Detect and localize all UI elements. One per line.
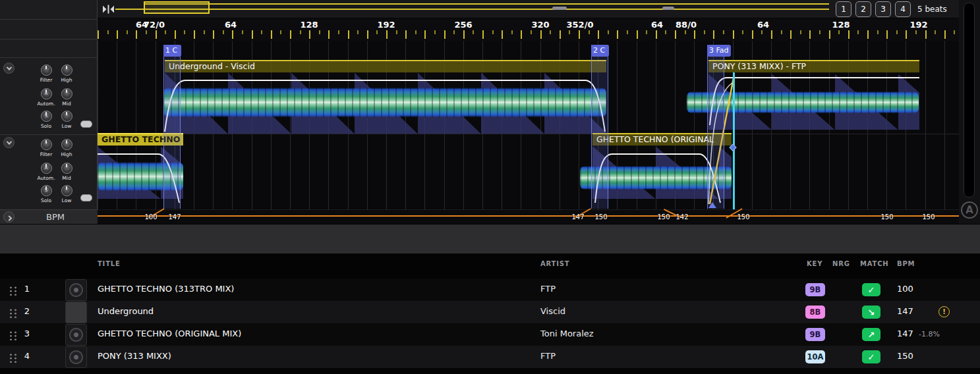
match-arrow-down-icon: ↘ bbox=[868, 307, 875, 317]
deck1-mid-knob[interactable]: Mid bbox=[55, 88, 78, 107]
column-bpm[interactable]: BPM bbox=[897, 260, 915, 267]
deck2-mid-knob[interactable]: Mid bbox=[55, 163, 78, 181]
scroll-handle[interactable] bbox=[662, 7, 674, 10]
cue-label[interactable]: 3 Fad bbox=[707, 45, 731, 57]
key-value: 10A bbox=[807, 352, 824, 361]
ruler-label: 320 bbox=[531, 20, 549, 30]
ruler-label: 192 bbox=[377, 20, 395, 30]
knob-dial[interactable] bbox=[61, 139, 72, 150]
beats-mode-label: 5 beats bbox=[917, 5, 947, 14]
ruler-label: 128 bbox=[832, 20, 850, 30]
playhead-line[interactable] bbox=[733, 72, 735, 209]
deck1-solo-knob[interactable]: SSolo bbox=[35, 111, 57, 129]
track-row-3[interactable]: 3 GHETTO TECHNO (ORIGINAL MIX) Toni Mora… bbox=[0, 323, 980, 346]
knob-dial[interactable] bbox=[61, 185, 72, 196]
loop-end-marker[interactable] bbox=[708, 202, 716, 208]
divider bbox=[0, 134, 98, 135]
arrangement-area[interactable]: Underground - Viscid PONY (313 MIXX) - F… bbox=[98, 41, 959, 209]
bpm-value: 100 bbox=[144, 213, 157, 221]
track-row-4[interactable]: 4 PONY (313 MIXX) FTP 10A ✓ 150 bbox=[0, 346, 980, 368]
knob-dial[interactable] bbox=[61, 65, 72, 76]
deck2-volume-fader[interactable] bbox=[80, 194, 92, 201]
match-badge[interactable]: ✓ bbox=[862, 283, 880, 296]
deck2-filter-knob[interactable]: Filter bbox=[35, 139, 57, 157]
beat-count-button-3[interactable]: 3 bbox=[875, 1, 891, 17]
track-number: 1 bbox=[21, 284, 33, 294]
column-artist[interactable]: ARTIST bbox=[540, 260, 569, 267]
track-row-1[interactable]: 1 GHETTO TECHNO (313TRO MIX) FTP 9B ✓ 10… bbox=[0, 279, 980, 301]
deck1-collapse-button[interactable] bbox=[3, 63, 14, 74]
drag-handle-icon[interactable] bbox=[8, 330, 18, 340]
knob-dial[interactable]: S bbox=[41, 111, 52, 122]
transport-toolbar: AUTOMIX bbox=[0, 224, 980, 254]
column-key[interactable]: KEY bbox=[807, 260, 822, 267]
bpm-lane-expand-button[interactable] bbox=[3, 211, 14, 223]
deck2-high-knob[interactable]: High bbox=[55, 139, 78, 157]
visible-region-box[interactable] bbox=[144, 1, 210, 14]
knob-label: Mid bbox=[62, 101, 71, 107]
knob-dial[interactable] bbox=[61, 111, 72, 122]
column-title[interactable]: TITLE bbox=[98, 260, 121, 267]
knob-label: Low bbox=[62, 198, 72, 203]
clip-title-text: Underground - Viscid bbox=[169, 61, 255, 71]
match-check-icon: ✓ bbox=[868, 352, 875, 362]
clip-title-text: GHETTO TECHNO (ORIGINAL bbox=[596, 134, 714, 144]
cue-marker-1[interactable]: 1 C bbox=[163, 45, 181, 209]
knob-dial[interactable] bbox=[61, 88, 72, 99]
deck2-solo-knob[interactable]: SSolo bbox=[35, 185, 57, 203]
cue-label[interactable]: 2 C bbox=[591, 45, 609, 57]
drag-handle-icon[interactable] bbox=[8, 285, 18, 296]
timeline-ruler[interactable]: 64 72/0 64 128 192 256 320 352/0 64 88/0… bbox=[98, 18, 959, 30]
deck1-waveform-underground[interactable] bbox=[163, 88, 606, 117]
deck1-high-knob[interactable]: High bbox=[55, 65, 78, 83]
ruler-label: 128 bbox=[300, 20, 318, 30]
scroll-handle[interactable] bbox=[552, 7, 567, 10]
cue-label[interactable]: 1 C bbox=[163, 45, 181, 57]
beat-count-button-1[interactable]: 1 bbox=[836, 1, 851, 17]
overview-navigator[interactable]: 1 2 3 4 5 beats bbox=[98, 0, 959, 18]
drag-handle-icon[interactable] bbox=[8, 352, 18, 363]
match-arrow-up-icon: ↗ bbox=[868, 330, 875, 340]
bpm-value: 142 bbox=[676, 213, 688, 221]
bpm-value: 147 bbox=[571, 213, 584, 221]
track-row-2[interactable]: 2 Underground Viscid 8B ↘ 147 ! bbox=[0, 301, 980, 323]
cue-marker-3[interactable]: 3 Fad bbox=[707, 45, 724, 209]
bpm-automation-lane[interactable]: 100 147 147 150 150 142 150 150 150 bbox=[98, 209, 959, 224]
beat-count-button-2[interactable]: 2 bbox=[855, 1, 871, 17]
track-title: GHETTO TECHNO (313TRO MIX) bbox=[98, 284, 234, 294]
beat-count-button-4[interactable]: 4 bbox=[895, 1, 911, 17]
deck1-low-knob[interactable]: Low bbox=[55, 111, 78, 129]
drag-handle-icon[interactable] bbox=[8, 307, 18, 318]
knob-label: Filter bbox=[40, 151, 53, 157]
deck2-collapse-button[interactable] bbox=[3, 137, 14, 148]
deck1-clip-title-underground[interactable]: Underground - Viscid bbox=[165, 60, 606, 72]
deck1-filter-knob[interactable]: Filter bbox=[35, 65, 57, 83]
knob-dial[interactable] bbox=[61, 163, 72, 174]
ruler-label: 88/0 bbox=[676, 20, 697, 30]
deck1-automation-knob[interactable]: AAutom. bbox=[35, 88, 57, 107]
knob-dial[interactable]: S bbox=[41, 185, 52, 196]
match-badge[interactable]: ↗ bbox=[862, 328, 880, 341]
beat-tick-strip[interactable] bbox=[98, 30, 959, 41]
column-match[interactable]: MATCH bbox=[860, 260, 888, 267]
key-badge: 9B bbox=[805, 283, 825, 296]
knob-dial[interactable] bbox=[41, 65, 52, 76]
knob-dial[interactable]: A bbox=[41, 88, 52, 99]
key-badge: 8B bbox=[805, 306, 825, 319]
deck1-volume-fader[interactable] bbox=[80, 120, 92, 128]
level-meter bbox=[964, 3, 975, 198]
deck2-automation-knob[interactable]: AAutom. bbox=[35, 163, 57, 181]
cue-marker-2[interactable]: 2 C bbox=[591, 45, 608, 209]
knob-dial[interactable]: A bbox=[41, 163, 52, 174]
overview-waveform-line bbox=[144, 3, 829, 5]
clip-title-text: PONY (313 MIXX) - FTP bbox=[712, 61, 806, 71]
knob-dial[interactable] bbox=[41, 139, 52, 150]
warning-icon[interactable]: ! bbox=[938, 306, 950, 317]
match-badge[interactable]: ✓ bbox=[862, 350, 880, 363]
match-badge[interactable]: ↘ bbox=[862, 306, 880, 319]
key-badge: 10A bbox=[805, 350, 825, 363]
column-nrg[interactable]: NRG bbox=[832, 260, 850, 267]
bpm-value: 150 bbox=[737, 213, 749, 221]
deck2-low-knob[interactable]: Low bbox=[55, 185, 78, 203]
playlist-header: TITLE ARTIST KEY NRG MATCH BPM bbox=[0, 260, 980, 273]
